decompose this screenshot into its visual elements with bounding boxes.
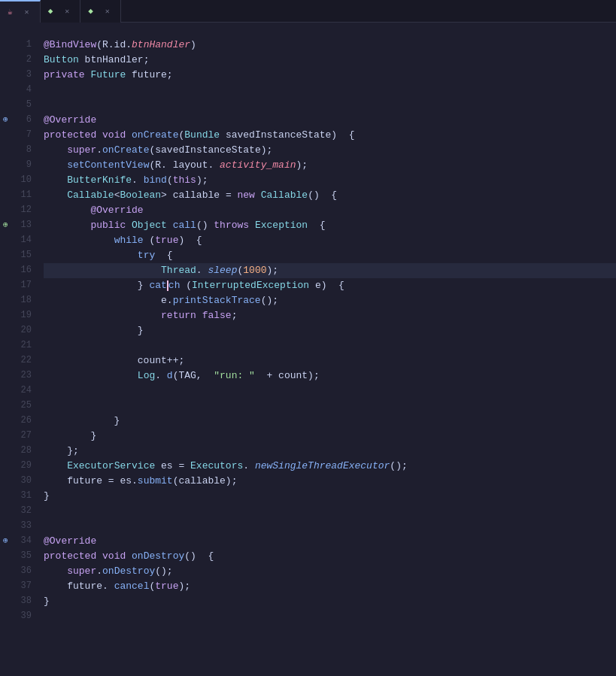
tab-close-xml1[interactable]: ✕ bbox=[62, 6, 72, 17]
code-line bbox=[44, 609, 616, 624]
code-line: }; bbox=[44, 444, 616, 459]
gutter-line: 4 bbox=[0, 83, 32, 98]
line-number: 26 bbox=[21, 414, 32, 428]
code-line: return false; bbox=[44, 308, 616, 323]
code-line bbox=[44, 519, 616, 534]
xml-icon-1: ◆ bbox=[48, 6, 53, 16]
line-number: 30 bbox=[21, 474, 32, 488]
code-line bbox=[44, 383, 616, 399]
code-line: Callable<Boolean> callable = new Callabl… bbox=[44, 188, 616, 203]
code-line: } catch (InterruptedException e) { bbox=[44, 278, 616, 293]
line-number: 3 bbox=[26, 68, 32, 82]
gutter-line: 12 bbox=[0, 203, 32, 218]
code-line: } bbox=[44, 489, 616, 504]
code-line: @Override bbox=[44, 113, 616, 128]
gutter-line: 11 bbox=[0, 188, 32, 203]
editor-container: 12345⊕6789101112⊕13141516171819202122232… bbox=[0, 23, 616, 676]
gutter-line: 3 bbox=[0, 68, 32, 83]
line-number: 31 bbox=[21, 489, 32, 503]
code-line bbox=[44, 338, 616, 353]
line-number: 16 bbox=[21, 263, 32, 277]
code-line: e.printStackTrace(); bbox=[44, 293, 616, 308]
line-number: 8 bbox=[26, 143, 32, 157]
line-number: 22 bbox=[21, 353, 32, 368]
line-number: 33 bbox=[21, 519, 32, 533]
line-number: 7 bbox=[26, 128, 32, 142]
run-icon: ⊕ bbox=[3, 219, 8, 232]
gutter-line: 23 bbox=[0, 368, 32, 383]
gutter-line: 7 bbox=[0, 128, 32, 143]
tab-test-include-xml[interactable]: ◆ ✕ bbox=[80, 0, 121, 23]
breakpoint-icon: ⊕ bbox=[3, 535, 8, 548]
code-line: } bbox=[44, 429, 616, 444]
line-number: 23 bbox=[21, 368, 32, 383]
code-line: ButterKnife. bind(this); bbox=[44, 173, 616, 188]
line-numbers: 12345⊕6789101112⊕13141516171819202122232… bbox=[0, 23, 38, 676]
line-number: 37 bbox=[21, 579, 32, 593]
code-line: future = es.submit(callable); bbox=[44, 474, 616, 489]
gutter-line: 36 bbox=[0, 564, 32, 579]
gutter-line: 16 bbox=[0, 263, 32, 278]
code-line: ExecutorService es = Executors. newSingl… bbox=[44, 459, 616, 474]
gutter-line: 38 bbox=[0, 594, 32, 609]
line-number: 13 bbox=[21, 218, 32, 232]
gutter-line: ⊕13 bbox=[0, 218, 32, 233]
line-number: 12 bbox=[21, 203, 32, 217]
code-line: super.onCreate(savedInstanceState); bbox=[44, 143, 616, 158]
line-number: 19 bbox=[21, 308, 32, 323]
line-number: 21 bbox=[21, 338, 32, 353]
gutter-line: 25 bbox=[0, 399, 32, 414]
gutter-line: 28 bbox=[0, 444, 32, 459]
line-number: 15 bbox=[21, 248, 32, 262]
line-number: 39 bbox=[21, 609, 32, 623]
code-line bbox=[44, 98, 616, 113]
line-number: 27 bbox=[21, 429, 32, 443]
line-number: 24 bbox=[21, 383, 32, 398]
gutter-line: 5 bbox=[0, 98, 32, 113]
gutter-line: 27 bbox=[0, 429, 32, 444]
code-line: super.onDestroy(); bbox=[44, 564, 616, 579]
line-number: 36 bbox=[21, 564, 32, 578]
code-line bbox=[44, 83, 616, 98]
line-number: 14 bbox=[21, 233, 32, 247]
breakpoint-icon: ⊕ bbox=[3, 114, 8, 127]
gutter-line: 29 bbox=[0, 459, 32, 474]
code-line: @Override bbox=[44, 203, 616, 218]
gutter-line: 21 bbox=[0, 338, 32, 353]
code-line bbox=[44, 399, 616, 414]
code-line: protected void onCreate(Bundle savedInst… bbox=[44, 128, 616, 143]
tab-main-activity[interactable]: ☕ ✕ bbox=[0, 0, 41, 23]
tab-close-xml2[interactable]: ✕ bbox=[102, 6, 113, 17]
gutter-line: 31 bbox=[0, 489, 32, 504]
code-line bbox=[44, 504, 616, 519]
gutter-line: 15 bbox=[0, 248, 32, 263]
gutter-line: 17 bbox=[0, 278, 32, 293]
code-line: count++; bbox=[44, 353, 616, 368]
line-number: 28 bbox=[21, 444, 32, 458]
gutter-line bbox=[0, 23, 32, 38]
code-line: future. cancel(true); bbox=[44, 579, 616, 594]
line-number: 4 bbox=[26, 83, 32, 97]
gutter-line: 35 bbox=[0, 549, 32, 564]
line-number: 34 bbox=[21, 534, 32, 548]
gutter-line: 8 bbox=[0, 143, 32, 158]
code-line: while (true) { bbox=[44, 233, 616, 248]
line-number: 35 bbox=[21, 549, 32, 563]
code-line: } bbox=[44, 414, 616, 429]
line-number: 38 bbox=[21, 594, 32, 608]
gutter-line: 9 bbox=[0, 158, 32, 173]
line-number: 1 bbox=[26, 38, 32, 52]
code-line: Log. d(TAG, "run: " + count); bbox=[44, 368, 616, 383]
gutter-line: 19 bbox=[0, 308, 32, 323]
gutter-line: 37 bbox=[0, 579, 32, 594]
line-number: 5 bbox=[26, 98, 32, 112]
tab-activity-main-xml[interactable]: ◆ ✕ bbox=[41, 0, 81, 23]
line-number: 9 bbox=[26, 158, 32, 172]
gutter-line: 1 bbox=[0, 38, 32, 53]
tab-close-main-activity[interactable]: ✕ bbox=[22, 7, 32, 17]
code-line: private Future future; bbox=[44, 68, 616, 83]
code-line bbox=[44, 23, 616, 38]
code-area[interactable]: @BindView(R.id.btnHandler)Button btnHand… bbox=[38, 23, 616, 676]
gutter-line: 18 bbox=[0, 293, 32, 308]
xml-icon-2: ◆ bbox=[88, 6, 93, 16]
